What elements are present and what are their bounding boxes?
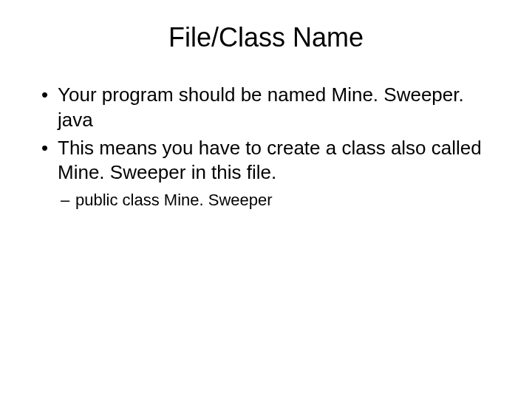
bullet-item: This means you have to create a class al… [37,136,502,186]
bullet-list: Your program should be named Mine. Sweep… [30,83,502,185]
bullet-item: Your program should be named Mine. Sweep… [37,83,502,133]
sub-bullet-list: public class Mine. Sweeper [30,190,502,211]
slide-title: File/Class Name [30,22,502,53]
sub-bullet-item: public class Mine. Sweeper [58,190,502,211]
